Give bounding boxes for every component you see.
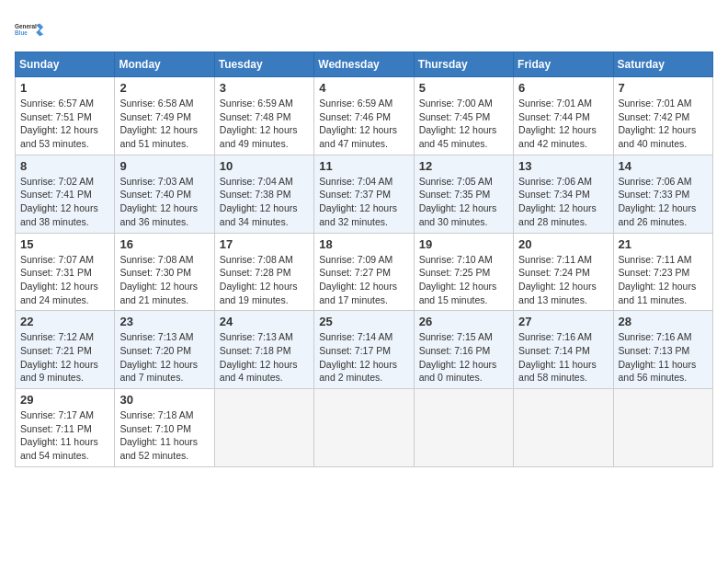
day-info: Sunrise: 7:07 AM Sunset: 7:31 PM Dayligh… xyxy=(20,253,109,307)
day-info: Sunrise: 7:17 AM Sunset: 7:11 PM Dayligh… xyxy=(20,408,109,463)
calendar-day-cell: 27Sunrise: 7:16 AM Sunset: 7:14 PM Dayli… xyxy=(514,311,613,389)
day-number: 13 xyxy=(518,159,608,173)
day-number: 2 xyxy=(119,81,209,95)
weekday-header-tuesday: Tuesday xyxy=(214,52,313,77)
calendar-day-cell: 3Sunrise: 6:59 AM Sunset: 7:48 PM Daylig… xyxy=(214,77,313,155)
calendar-table: SundayMondayTuesdayWednesdayThursdayFrid… xyxy=(15,52,713,467)
calendar-day-cell: 8Sunrise: 7:02 AM Sunset: 7:41 PM Daylig… xyxy=(16,155,115,233)
calendar-day-cell: 2Sunrise: 6:58 AM Sunset: 7:49 PM Daylig… xyxy=(115,77,214,155)
day-info: Sunrise: 7:02 AM Sunset: 7:41 PM Dayligh… xyxy=(20,175,109,229)
day-number: 3 xyxy=(220,81,309,95)
page-header: GeneralBlue xyxy=(15,15,713,44)
day-number: 25 xyxy=(319,315,408,328)
calendar-day-cell: 18Sunrise: 7:09 AM Sunset: 7:27 PM Dayli… xyxy=(314,233,414,311)
day-number: 11 xyxy=(319,159,408,173)
calendar-day-cell: 4Sunrise: 6:59 AM Sunset: 7:46 PM Daylig… xyxy=(314,77,414,155)
day-number: 10 xyxy=(220,159,309,173)
calendar-day-cell: 24Sunrise: 7:13 AM Sunset: 7:18 PM Dayli… xyxy=(214,311,313,389)
day-number: 6 xyxy=(518,81,608,95)
calendar-week-row: 1Sunrise: 6:57 AM Sunset: 7:51 PM Daylig… xyxy=(16,77,713,155)
calendar-day-cell: 28Sunrise: 7:16 AM Sunset: 7:13 PM Dayli… xyxy=(613,311,712,389)
day-info: Sunrise: 7:06 AM Sunset: 7:33 PM Dayligh… xyxy=(619,175,708,229)
calendar-day-cell: 7Sunrise: 7:01 AM Sunset: 7:42 PM Daylig… xyxy=(613,77,712,155)
day-number: 4 xyxy=(319,81,408,95)
calendar-day-cell: 19Sunrise: 7:10 AM Sunset: 7:25 PM Dayli… xyxy=(414,233,513,311)
day-number: 1 xyxy=(20,81,109,95)
day-info: Sunrise: 7:10 AM Sunset: 7:25 PM Dayligh… xyxy=(419,253,508,307)
svg-marker-2 xyxy=(36,24,43,37)
calendar-day-cell: 17Sunrise: 7:08 AM Sunset: 7:28 PM Dayli… xyxy=(214,233,313,311)
day-info: Sunrise: 6:58 AM Sunset: 7:49 PM Dayligh… xyxy=(119,97,209,151)
day-info: Sunrise: 7:13 AM Sunset: 7:18 PM Dayligh… xyxy=(220,330,309,385)
day-info: Sunrise: 7:14 AM Sunset: 7:17 PM Dayligh… xyxy=(319,330,408,385)
day-info: Sunrise: 7:16 AM Sunset: 7:14 PM Dayligh… xyxy=(518,330,608,385)
day-number: 17 xyxy=(220,237,309,251)
day-info: Sunrise: 6:59 AM Sunset: 7:48 PM Dayligh… xyxy=(220,97,309,151)
calendar-day-cell xyxy=(414,389,513,467)
calendar-day-cell: 14Sunrise: 7:06 AM Sunset: 7:33 PM Dayli… xyxy=(613,155,712,233)
day-info: Sunrise: 7:01 AM Sunset: 7:42 PM Dayligh… xyxy=(619,97,708,151)
day-info: Sunrise: 6:57 AM Sunset: 7:51 PM Dayligh… xyxy=(20,97,109,151)
day-info: Sunrise: 7:13 AM Sunset: 7:20 PM Dayligh… xyxy=(119,330,209,385)
calendar-day-cell: 1Sunrise: 6:57 AM Sunset: 7:51 PM Daylig… xyxy=(16,77,115,155)
calendar-day-cell: 23Sunrise: 7:13 AM Sunset: 7:20 PM Dayli… xyxy=(115,311,214,389)
calendar-day-cell: 13Sunrise: 7:06 AM Sunset: 7:34 PM Dayli… xyxy=(514,155,613,233)
day-info: Sunrise: 7:09 AM Sunset: 7:27 PM Dayligh… xyxy=(319,253,408,307)
calendar-day-cell xyxy=(613,389,712,467)
day-number: 7 xyxy=(619,81,708,95)
calendar-day-cell: 30Sunrise: 7:18 AM Sunset: 7:10 PM Dayli… xyxy=(115,389,214,467)
weekday-header-wednesday: Wednesday xyxy=(314,52,414,77)
day-number: 30 xyxy=(119,393,209,407)
calendar-day-cell: 29Sunrise: 7:17 AM Sunset: 7:11 PM Dayli… xyxy=(16,389,115,467)
day-number: 28 xyxy=(619,315,708,328)
calendar-day-cell: 16Sunrise: 7:08 AM Sunset: 7:30 PM Dayli… xyxy=(115,233,214,311)
day-info: Sunrise: 7:04 AM Sunset: 7:37 PM Dayligh… xyxy=(319,175,408,229)
day-info: Sunrise: 7:01 AM Sunset: 7:44 PM Dayligh… xyxy=(518,97,608,151)
calendar-day-cell: 10Sunrise: 7:04 AM Sunset: 7:38 PM Dayli… xyxy=(214,155,313,233)
day-info: Sunrise: 7:11 AM Sunset: 7:24 PM Dayligh… xyxy=(518,253,608,307)
calendar-week-row: 8Sunrise: 7:02 AM Sunset: 7:41 PM Daylig… xyxy=(16,155,713,233)
day-number: 20 xyxy=(518,237,608,251)
calendar-day-cell: 21Sunrise: 7:11 AM Sunset: 7:23 PM Dayli… xyxy=(613,233,712,311)
day-info: Sunrise: 7:00 AM Sunset: 7:45 PM Dayligh… xyxy=(419,97,508,151)
day-number: 9 xyxy=(119,159,209,173)
day-number: 22 xyxy=(20,315,109,328)
calendar-day-cell xyxy=(314,389,414,467)
calendar-week-row: 29Sunrise: 7:17 AM Sunset: 7:11 PM Dayli… xyxy=(16,389,713,467)
day-info: Sunrise: 6:59 AM Sunset: 7:46 PM Dayligh… xyxy=(319,97,408,151)
day-number: 12 xyxy=(419,159,508,173)
calendar-day-cell: 5Sunrise: 7:00 AM Sunset: 7:45 PM Daylig… xyxy=(414,77,513,155)
day-number: 29 xyxy=(20,393,109,407)
weekday-header-sunday: Sunday xyxy=(16,52,115,77)
day-number: 26 xyxy=(419,315,508,328)
weekday-header-thursday: Thursday xyxy=(414,52,513,77)
day-info: Sunrise: 7:05 AM Sunset: 7:35 PM Dayligh… xyxy=(419,175,508,229)
calendar-day-cell: 12Sunrise: 7:05 AM Sunset: 7:35 PM Dayli… xyxy=(414,155,513,233)
weekday-header-row: SundayMondayTuesdayWednesdayThursdayFrid… xyxy=(16,52,713,77)
day-number: 16 xyxy=(119,237,209,251)
logo: GeneralBlue xyxy=(15,15,44,44)
calendar-day-cell xyxy=(214,389,313,467)
day-info: Sunrise: 7:03 AM Sunset: 7:40 PM Dayligh… xyxy=(119,175,209,229)
day-number: 24 xyxy=(220,315,309,328)
day-number: 15 xyxy=(20,237,109,251)
weekday-header-monday: Monday xyxy=(115,52,214,77)
day-number: 21 xyxy=(619,237,708,251)
calendar-day-cell: 11Sunrise: 7:04 AM Sunset: 7:37 PM Dayli… xyxy=(314,155,414,233)
calendar-week-row: 15Sunrise: 7:07 AM Sunset: 7:31 PM Dayli… xyxy=(16,233,713,311)
day-number: 19 xyxy=(419,237,508,251)
day-number: 8 xyxy=(20,159,109,173)
calendar-day-cell: 26Sunrise: 7:15 AM Sunset: 7:16 PM Dayli… xyxy=(414,311,513,389)
day-info: Sunrise: 7:12 AM Sunset: 7:21 PM Dayligh… xyxy=(20,330,109,385)
day-number: 5 xyxy=(419,81,508,95)
svg-text:General: General xyxy=(15,23,37,29)
day-number: 27 xyxy=(518,315,608,328)
calendar-day-cell: 6Sunrise: 7:01 AM Sunset: 7:44 PM Daylig… xyxy=(514,77,613,155)
day-info: Sunrise: 7:04 AM Sunset: 7:38 PM Dayligh… xyxy=(220,175,309,229)
day-info: Sunrise: 7:15 AM Sunset: 7:16 PM Dayligh… xyxy=(419,330,508,385)
day-number: 18 xyxy=(319,237,408,251)
calendar-day-cell xyxy=(514,389,613,467)
day-info: Sunrise: 7:11 AM Sunset: 7:23 PM Dayligh… xyxy=(619,253,708,307)
calendar-week-row: 22Sunrise: 7:12 AM Sunset: 7:21 PM Dayli… xyxy=(16,311,713,389)
weekday-header-saturday: Saturday xyxy=(613,52,712,77)
